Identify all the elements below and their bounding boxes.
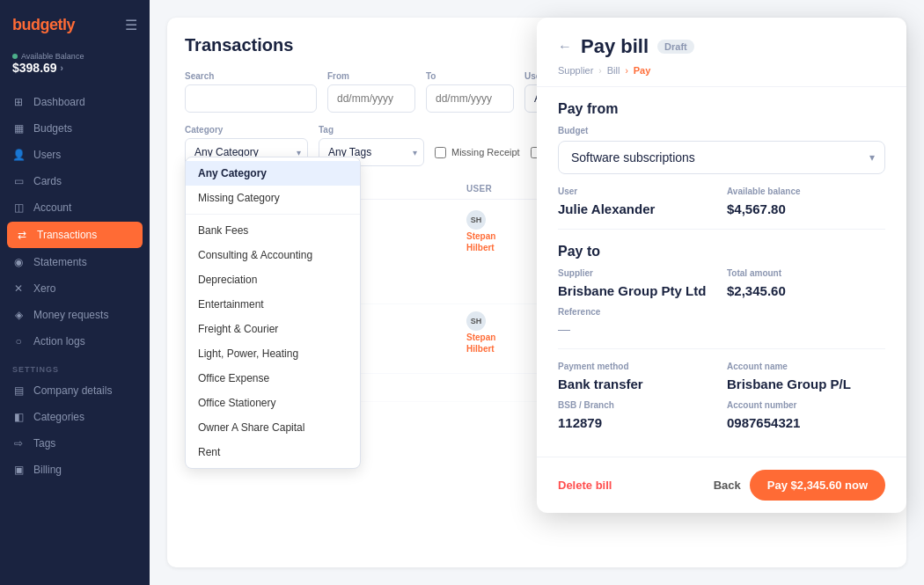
category-option-bank-fees[interactable]: Bank Fees [186,218,360,243]
balance-arrow-icon: › [61,63,63,73]
sidebar-item-statements[interactable]: ◉ Statements [0,249,150,275]
cards-icon: ▭ [12,175,25,187]
to-date-input[interactable] [426,84,514,113]
supplier-label: Supplier [558,268,716,278]
supplier-field: Supplier Brisbane Group Pty Ltd [558,268,716,298]
sidebar-item-money-requests[interactable]: ◈ Money requests [0,302,150,328]
sidebar-logo-area: budgetly ☰ [0,0,150,47]
reference-label: Reference [558,307,885,317]
bsb-field: BSB / Branch 112879 [558,400,716,430]
pay-bill-title: Pay bill [581,35,649,58]
transactions-icon: ⇄ [16,229,28,241]
pay-now-button[interactable]: Pay $2,345.60 now [750,470,885,501]
pay-to-section-title: Pay to [558,244,885,260]
sidebar-item-cards[interactable]: ▭ Cards [0,168,150,194]
sidebar-item-account[interactable]: ◫ Account [0,194,150,221]
category-option-any[interactable]: Any Category [186,161,360,186]
sidebar-item-budgets[interactable]: ▦ Budgets [0,115,150,142]
category-option-missing[interactable]: Missing Category [186,186,360,210]
main-content: Transactions Search From To User All Use… [150,0,924,585]
breadcrumb-sep-1: › [598,66,601,76]
dashboard-icon: ⊞ [12,96,25,108]
category-option-consulting[interactable]: Consulting & Accounting [186,243,360,267]
sidebar-item-tags[interactable]: ⇨ Tags [0,430,150,457]
back-button[interactable]: Back [714,479,741,492]
sidebar-item-action-logs[interactable]: ○ Action logs [0,328,150,355]
user-label: User [558,186,716,196]
total-amount-field: Total amount $2,345.60 [727,268,885,298]
budget-select-wrapper: Software subscriptions ▾ [558,141,885,174]
avatar: SH [466,311,486,331]
category-option-office-stationery[interactable]: Office Stationery [186,391,360,415]
available-balance-label: Available balance [727,186,885,196]
sidebar-item-company[interactable]: ▤ Company details [0,377,150,404]
category-option-freight[interactable]: Freight & Courier [186,317,360,341]
dropdown-divider [186,214,360,215]
total-amount-value: $2,345.60 [727,283,885,298]
available-balance-field: Available balance $4,567.80 [727,186,885,216]
sidebar-item-users[interactable]: 👤 Users [0,142,150,168]
reference-value: — [558,322,885,336]
pay-bill-footer: Delete bill Back Pay $2,345.60 now [537,457,906,513]
pay-to-top-grid: Supplier Brisbane Group Pty Ltd Total am… [558,268,885,298]
category-option-rent[interactable]: Rent [186,440,360,464]
bank-details-grid: BSB / Branch 112879 Account number 09876… [558,400,885,430]
balance-label: Available Balance [12,52,137,61]
payment-method-grid: Payment method Bank transfer Account nam… [558,362,885,391]
category-group: Category Any Category ▾ Any Category Mis… [185,125,308,166]
bsb-label: BSB / Branch [558,400,716,410]
sidebar-item-xero[interactable]: ✕ Xero [0,275,150,302]
sidebar-item-transactions[interactable]: ⇄ Transactions [7,222,143,248]
delete-bill-button[interactable]: Delete bill [558,479,612,492]
balance-amount[interactable]: $398.69 › [12,61,137,75]
missing-receipt-checkbox[interactable] [435,147,446,158]
user-field: User Julie Alexander [558,186,716,216]
account-icon: ◫ [12,201,25,214]
category-option-entertainment[interactable]: Entertainment [186,292,360,317]
budget-select[interactable]: Software subscriptions [558,141,885,174]
supplier-value: Brisbane Group Pty Ltd [558,283,716,298]
from-label: From [327,71,415,81]
total-amount-label: Total amount [727,268,885,278]
account-number-value: 0987654321 [727,415,885,430]
xero-icon: ✕ [12,282,25,295]
from-date-input[interactable] [327,84,415,113]
budgets-icon: ▦ [12,122,25,135]
user-name-2: Hilbert [466,243,495,252]
user-name-1: Stepan [466,333,495,342]
pay-bill-header: ← Pay bill Draft Supplier › Bill › Pay [537,18,906,87]
search-input[interactable] [185,84,317,113]
from-group: From [327,71,415,113]
category-option-light[interactable]: Light, Power, Heating [186,341,360,366]
row-user: SH Stepan Hilbert [466,311,537,354]
category-option-owner[interactable]: Owner A Share Capital [186,415,360,440]
sidebar-item-categories[interactable]: ◧ Categories [0,404,150,430]
available-balance-value: $4,567.80 [727,201,885,216]
account-name-value: Brisbane Group P/L [727,377,885,391]
sidebar-item-dashboard[interactable]: ⊞ Dashboard [0,89,150,115]
category-option-depreciation[interactable]: Depreciation [186,267,360,292]
col-user: User [466,184,537,194]
sidebar: budgetly ☰ Available Balance $398.69 › ⊞… [0,0,150,585]
account-number-label: Account number [727,400,885,410]
section-divider-2 [558,348,885,349]
to-group: To [426,71,514,113]
search-group: Search [185,71,317,113]
pay-bill-title-row: ← Pay bill Draft [558,35,885,58]
user-name-2: Hilbert [466,344,495,354]
account-number-field: Account number 0987654321 [727,400,885,430]
users-icon: 👤 [12,149,25,161]
account-name-label: Account name [727,362,885,371]
hamburger-icon[interactable]: ☰ [125,17,137,33]
account-name-field: Account name Brisbane Group P/L [727,362,885,391]
back-arrow-icon[interactable]: ← [558,39,572,55]
breadcrumb: Supplier › Bill › Pay [558,65,885,76]
settings-section-label: SETTINGS [0,355,150,377]
sidebar-nav: ⊞ Dashboard ▦ Budgets 👤 Users ▭ Cards ◫ … [0,85,150,585]
bsb-value: 112879 [558,415,716,430]
sidebar-item-billing[interactable]: ▣ Billing [0,457,150,483]
category-option-office-expense[interactable]: Office Expense [186,366,360,391]
tag-label: Tag [319,125,424,135]
money-requests-icon: ◈ [12,309,25,321]
draft-status-badge: Draft [657,40,694,54]
